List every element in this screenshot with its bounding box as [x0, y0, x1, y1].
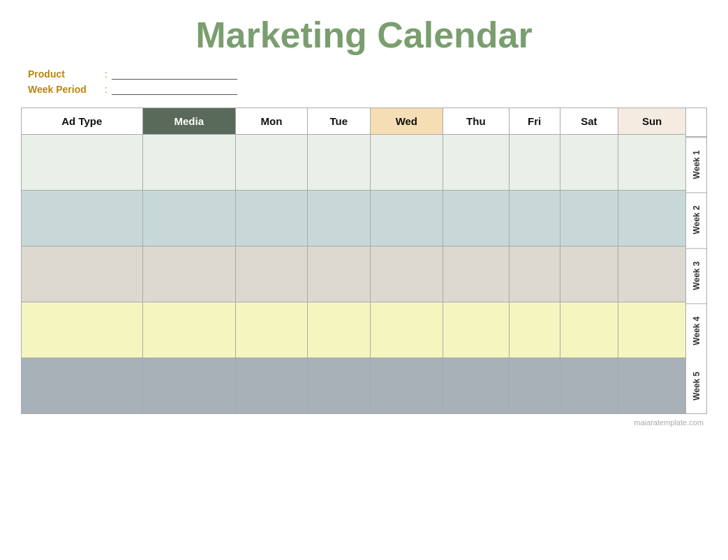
cell-week2-adtype — [22, 191, 143, 246]
cell-week4-mon — [235, 302, 307, 358]
cell-week2-tue — [308, 191, 370, 246]
cell-week5-sun — [618, 358, 686, 414]
week-label-4: Week 4 — [686, 303, 706, 358]
cell-week1-tue — [308, 135, 370, 191]
side-header-spacer — [686, 108, 706, 137]
table-row — [22, 302, 686, 358]
cell-week1-mon — [235, 135, 307, 191]
cell-week3-thu — [443, 246, 509, 302]
cell-week3-wed — [370, 246, 443, 302]
cell-week4-sat — [560, 302, 618, 358]
cell-week2-sat — [560, 191, 618, 246]
cell-week2-sun — [618, 191, 686, 246]
week-label-1: Week 1 — [686, 137, 706, 192]
product-colon: : — [105, 68, 107, 80]
week-label-2: Week 2 — [686, 192, 706, 247]
watermark: maiaratemplate.com — [21, 418, 707, 427]
week-period-row: Week Period : — [28, 84, 707, 95]
table-row — [22, 246, 686, 302]
cell-week3-media — [142, 246, 235, 302]
cell-week2-wed — [370, 191, 443, 246]
calendar-wrapper: Ad Type Media Mon Tue Wed Thu Fri Sat Su… — [21, 108, 707, 414]
product-label: Product — [28, 68, 105, 80]
col-header-tue: Tue — [308, 108, 370, 135]
week-label-3: Week 3 — [686, 248, 706, 303]
product-row: Product : — [28, 68, 707, 80]
table-row — [22, 358, 686, 414]
cell-week1-media — [142, 135, 235, 191]
product-input-line — [112, 68, 237, 80]
col-header-media: Media — [142, 108, 235, 135]
cell-week5-thu — [443, 358, 509, 414]
cell-week5-adtype — [22, 358, 143, 414]
week-period-label: Week Period — [28, 84, 105, 95]
table-row — [22, 135, 686, 191]
cell-week5-media — [142, 358, 235, 414]
cell-week4-media — [142, 302, 235, 358]
col-header-mon: Mon — [235, 108, 307, 135]
cell-week4-fri — [509, 302, 560, 358]
cell-week1-wed — [370, 135, 443, 191]
col-header-sat: Sat — [560, 108, 618, 135]
cell-week4-tue — [308, 302, 370, 358]
cell-week3-tue — [308, 246, 370, 302]
cell-week1-thu — [443, 135, 509, 191]
cell-week1-sat — [560, 135, 618, 191]
col-header-adtype: Ad Type — [22, 108, 143, 135]
cell-week3-fri — [509, 246, 560, 302]
col-header-sun: Sun — [618, 108, 686, 135]
cell-week5-fri — [509, 358, 560, 414]
cell-week5-sat — [560, 358, 618, 414]
meta-section: Product : Week Period : — [21, 68, 707, 95]
table-row — [22, 191, 686, 246]
cell-week5-tue — [308, 358, 370, 414]
col-header-thu: Thu — [443, 108, 509, 135]
cell-week2-fri — [509, 191, 560, 246]
calendar-table: Ad Type Media Mon Tue Wed Thu Fri Sat Su… — [21, 108, 686, 414]
cell-week3-sun — [618, 246, 686, 302]
cell-week4-adtype — [22, 302, 143, 358]
cell-week2-media — [142, 191, 235, 246]
cell-week1-fri — [509, 135, 560, 191]
cell-week1-sun — [618, 135, 686, 191]
cell-week4-wed — [370, 302, 443, 358]
header-row: Ad Type Media Mon Tue Wed Thu Fri Sat Su… — [22, 108, 686, 135]
week-label-5: Week 5 — [686, 359, 706, 413]
week-labels-column: Week 1 Week 2 Week 3 Week 4 Week 5 — [686, 108, 707, 414]
cell-week5-mon — [235, 358, 307, 414]
cell-week5-wed — [370, 358, 443, 414]
cell-week3-sat — [560, 246, 618, 302]
week-period-colon: : — [105, 84, 107, 95]
cell-week2-mon — [235, 191, 307, 246]
cell-week2-thu — [443, 191, 509, 246]
col-header-wed: Wed — [370, 108, 443, 135]
cell-week3-mon — [235, 246, 307, 302]
col-header-fri: Fri — [509, 108, 560, 135]
week-period-input-line — [112, 84, 237, 95]
cell-week3-adtype — [22, 246, 143, 302]
page-title: Marketing Calendar — [21, 14, 707, 56]
cell-week4-thu — [443, 302, 509, 358]
cell-week1-adtype — [22, 135, 143, 191]
cell-week4-sun — [618, 302, 686, 358]
